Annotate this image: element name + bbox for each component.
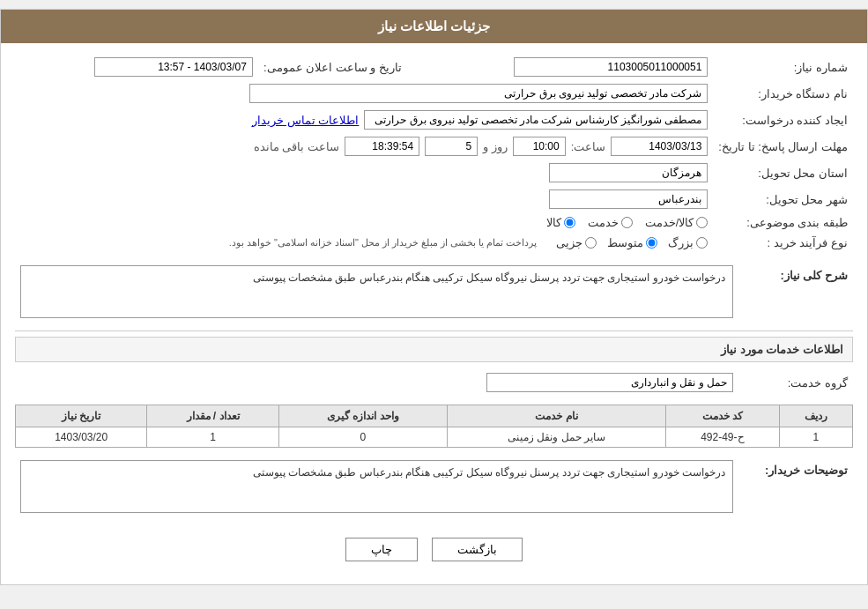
- description-table: شرح کلی نیاز: درخواست خودرو استیجاری جهت…: [15, 262, 853, 322]
- requester-input[interactable]: [249, 84, 708, 103]
- purchase-type-note: پرداخت تمام یا بخشی از مبلغ خریدار از مح…: [229, 237, 538, 249]
- services-table: ردیف کد خدمت نام خدمت واحد اندازه گیری ت…: [15, 405, 853, 448]
- back-button[interactable]: بازگشت: [432, 538, 523, 561]
- buyer-desc-box: درخواست خودرو استیجاری جهت تردد پرسنل نی…: [20, 460, 733, 513]
- deadline-remaining-label: ساعت باقی مانده: [254, 140, 339, 153]
- footer-buttons: بازگشت چاپ: [15, 525, 853, 574]
- category-radio-group: کالا/خدمت خدمت کالا: [20, 216, 708, 229]
- info-table: شماره نیاز: تاریخ و ساعت اعلان عمومی: نا…: [15, 54, 853, 253]
- need-number-label: شماره نیاز:: [713, 54, 853, 80]
- purchase-label-big: بزرگ: [668, 236, 694, 249]
- description-text: درخواست خودرو استیجاری جهت تردد پرسنل نی…: [253, 271, 725, 284]
- col-qty: تعداد / مقدار: [147, 405, 278, 427]
- city-label: شهر محل تحویل:: [713, 186, 853, 212]
- category-label: طبقه بندی موضوعی:: [713, 212, 853, 233]
- service-group-table: گروه خدمت:: [15, 369, 853, 396]
- purchase-option-medium[interactable]: متوسط: [607, 236, 657, 249]
- category-label-3: کالا/خدمت: [645, 216, 694, 229]
- deadline-remaining-input[interactable]: [345, 137, 419, 156]
- deadline-days-input[interactable]: [425, 137, 478, 156]
- category-radio-1[interactable]: [564, 217, 575, 228]
- category-option-1[interactable]: کالا: [546, 216, 575, 229]
- deadline-time-input[interactable]: [513, 137, 566, 156]
- purchase-option-small[interactable]: جزیی: [556, 236, 597, 249]
- deadline-label: مهلت ارسال پاسخ: تا تاریخ:: [713, 133, 853, 160]
- deadline-days-label: روز و: [483, 140, 508, 153]
- purchase-type-row: بزرگ متوسط جزیی پرداخت تمام یا بخشی از م…: [20, 236, 708, 249]
- cell-unit: 0: [278, 427, 447, 448]
- col-name: نام خدمت: [447, 405, 665, 427]
- service-group-label: گروه خدمت:: [788, 376, 848, 390]
- table-row: 1 ح-49-492 سایر حمل ونقل زمینی 0 1 1403/…: [16, 427, 853, 448]
- print-button[interactable]: چاپ: [345, 538, 418, 561]
- date-label: تاریخ و ساعت اعلان عمومی:: [258, 54, 419, 80]
- province-input[interactable]: [549, 163, 708, 182]
- category-option-3[interactable]: کالا/خدمت: [645, 216, 708, 229]
- buyer-desc-label: توضیحات خریدار:: [765, 464, 848, 477]
- cell-name: سایر حمل ونقل زمینی: [447, 427, 665, 448]
- purchase-label-small: جزیی: [556, 236, 582, 249]
- deadline-date-input[interactable]: [611, 137, 708, 156]
- category-radio-3[interactable]: [696, 217, 708, 228]
- description-label: شرح کلی نیاز:: [780, 269, 848, 282]
- service-section-title: اطلاعات خدمات مورد نیاز: [15, 337, 853, 362]
- province-label: استان محل تحویل:: [713, 160, 853, 186]
- cell-quantity: 1: [147, 427, 278, 448]
- col-unit: واحد اندازه گیری: [278, 405, 447, 427]
- buyer-desc-table: توضیحات خریدار: درخواست خودرو استیجاری ج…: [15, 457, 853, 516]
- col-date: تاریخ نیاز: [16, 405, 147, 427]
- purchase-radio-big[interactable]: [696, 237, 708, 249]
- purchase-label-medium: متوسط: [607, 236, 643, 249]
- purchase-radio-small[interactable]: [585, 237, 597, 249]
- deadline-time-label: ساعت:: [571, 140, 606, 153]
- description-box: درخواست خودرو استیجاری جهت تردد پرسنل نی…: [20, 265, 733, 318]
- creator-label: ایجاد کننده درخواست:: [713, 107, 853, 133]
- cell-row: 1: [779, 427, 852, 448]
- date-input[interactable]: [94, 57, 253, 77]
- requester-label: نام دستگاه خریدار:: [713, 80, 853, 107]
- category-label-1: کالا: [546, 216, 561, 229]
- need-number-input[interactable]: [514, 57, 708, 77]
- creator-input[interactable]: [364, 110, 708, 130]
- content-area: شماره نیاز: تاریخ و ساعت اعلان عمومی: نا…: [1, 43, 867, 584]
- contact-link[interactable]: اطلاعات تماس خریدار: [252, 114, 359, 127]
- purchase-option-big[interactable]: بزرگ: [668, 236, 708, 249]
- category-label-2: خدمت: [588, 216, 619, 229]
- category-radio-2[interactable]: [621, 217, 633, 228]
- page-title: جزئیات اطلاعات نیاز: [1, 10, 867, 43]
- page-wrapper: جزئیات اطلاعات نیاز شماره نیاز: تاریخ و …: [0, 9, 868, 585]
- purchase-type-label: نوع فرآیند خرید :: [713, 233, 853, 253]
- col-row: ردیف: [779, 405, 852, 427]
- city-input[interactable]: [549, 189, 708, 209]
- cell-date: 1403/03/20: [16, 427, 147, 448]
- service-group-input[interactable]: [486, 373, 733, 392]
- purchase-radio-medium[interactable]: [646, 237, 657, 249]
- buyer-desc-text: درخواست خودرو استیجاری جهت تردد پرسنل نی…: [253, 466, 725, 479]
- cell-code: ح-49-492: [666, 427, 780, 448]
- col-code: کد خدمت: [666, 405, 780, 427]
- category-option-2[interactable]: خدمت: [588, 216, 633, 229]
